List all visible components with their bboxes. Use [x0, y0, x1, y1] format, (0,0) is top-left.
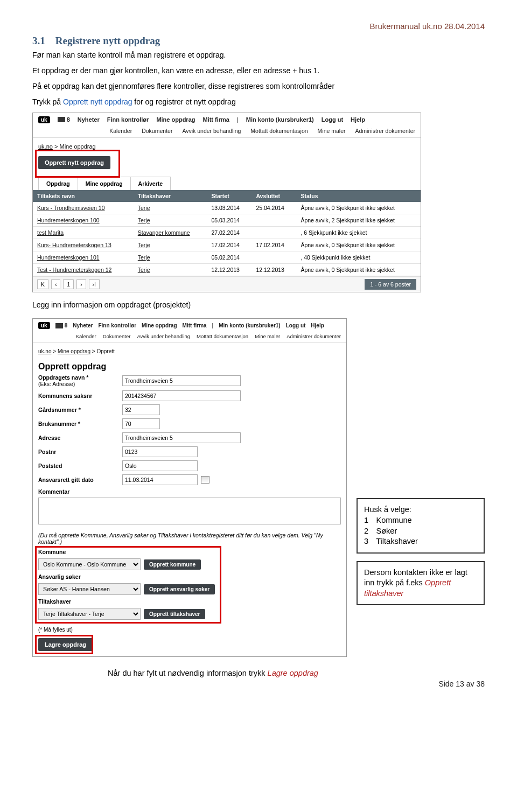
input-saksnr[interactable] [122, 390, 241, 401]
para4-post: for og registrer et nytt oppdrag [134, 97, 235, 106]
crumb-home[interactable]: uk.no [38, 348, 51, 354]
highlight-create-button [35, 150, 120, 178]
nav-min-konto[interactable]: Min konto (kursbruker1) [219, 323, 280, 328]
nav-mine-oppdrag[interactable]: Mine oppdrag [142, 323, 177, 328]
nav-logg-ut[interactable]: Logg ut [322, 116, 343, 123]
envelope-icon [55, 323, 63, 328]
subnav-mottatt[interactable]: Mottatt dokumentasjon [250, 128, 308, 134]
nav-hjelp[interactable]: Hjelp [311, 323, 324, 328]
para3: På et oppdrag kan det gjennomføres flere… [32, 81, 485, 92]
nav-min-konto[interactable]: Min konto (kursbruker1) [246, 116, 314, 123]
cell-navn[interactable]: Kurs- Hundremeterskogen 13 [37, 242, 111, 248]
nav-hjelp[interactable]: Hjelp [351, 116, 365, 123]
label-gard: Gårdsnummer * [38, 407, 119, 413]
cell-navn[interactable]: Hundremeterskogen 100 [37, 217, 100, 223]
input-postnr[interactable] [122, 446, 198, 457]
input-bruk[interactable] [122, 418, 160, 429]
msg-count: 8 [67, 116, 70, 123]
col-haver[interactable]: Tiltakshaver [134, 190, 207, 202]
subnav-admin[interactable]: Administrer dokumenter [355, 128, 415, 134]
envelope-icon [58, 117, 65, 122]
pager-count: 1 - 6 av 6 poster [365, 279, 416, 290]
crumb-sep: > [51, 348, 57, 354]
cell-status: Åpne avvik, 0 Sjekkpunkt ikke sjekket [296, 202, 421, 214]
msg-icon[interactable]: 8 [58, 116, 70, 123]
col-startet[interactable]: Startet [207, 190, 251, 202]
label-bruk: Bruksnummer * [38, 421, 119, 427]
input-gard[interactable] [122, 404, 160, 415]
cell-navn[interactable]: test Marita [37, 229, 64, 236]
subnav-dokumenter[interactable]: Dokumenter [103, 333, 131, 339]
col-avsluttet[interactable]: Avsluttet [251, 190, 296, 202]
subnav-kalender[interactable]: Kalender [109, 128, 132, 134]
cell-start: 13.03.2014 [207, 202, 251, 214]
input-adr[interactable] [122, 432, 241, 443]
uk-logo[interactable]: uk [38, 116, 50, 123]
cell-haver[interactable]: Terje [138, 242, 150, 248]
nav-mitt-firma[interactable]: Mitt firma [202, 116, 229, 123]
cell-haver[interactable]: Terje [138, 217, 150, 223]
tab-mine-oppdrag[interactable]: Mine oppdrag [78, 177, 131, 190]
cell-navn[interactable]: Hundremeterskogen 101 [37, 254, 100, 261]
cell-status: Åpne avvik, 0 Sjekkpunkt ikke sjekket [296, 239, 421, 251]
cell-haver[interactable]: Terje [138, 254, 150, 261]
tab-arkiverte[interactable]: Arkiverte [130, 177, 171, 190]
subnav-mottatt[interactable]: Mottatt dokumentasjon [197, 333, 248, 339]
pager-page[interactable]: 1 [63, 279, 74, 289]
subnav-maler[interactable]: Mine maler [318, 128, 346, 134]
label-kommentar: Kommentar [38, 488, 119, 495]
subnav-maler[interactable]: Mine maler [255, 333, 280, 339]
subnav-kalender[interactable]: Kalender [76, 333, 96, 339]
subnav-admin[interactable]: Administrer dokumenter [287, 333, 341, 339]
crumb-home[interactable]: uk.no [38, 143, 53, 150]
nav-mine-oppdrag[interactable]: Mine oppdrag [156, 116, 195, 123]
tab-oppdrag[interactable]: Oppdrag [38, 177, 78, 190]
pager: K ‹ 1 › ›I 1 - 6 av 6 poster [33, 276, 421, 292]
cell-navn[interactable]: Test - Hundremeterskogen 12 [37, 267, 111, 273]
note-item: 2 Søker [364, 526, 477, 537]
col-navn[interactable]: Tiltakets navn [33, 190, 134, 202]
breadcrumb-2: uk.no > Mine oppdrag > Opprett [33, 343, 346, 358]
uk-logo[interactable]: uk [38, 322, 50, 329]
nav-finn-kontrollor[interactable]: Finn kontrollør [98, 323, 136, 328]
para4-link: Opprett nytt oppdrag [63, 97, 132, 106]
cell-status: , 6 Sjekkpunkt ikke sjekket [296, 226, 421, 239]
nav-nyheter[interactable]: Nyheter [73, 323, 93, 328]
table-row: test MaritaStavanger kommune27.02.2014, … [33, 226, 421, 239]
subnav-avvik[interactable]: Avvik under behandling [137, 333, 190, 339]
cell-haver[interactable]: Terje [138, 205, 150, 211]
label-navn: Oppdragets navn *(Eks: Adresse) [38, 374, 119, 387]
nav-logg-ut[interactable]: Logg ut [286, 323, 306, 328]
subnav-dokumenter[interactable]: Dokumenter [142, 128, 172, 134]
subnav-avvik[interactable]: Avvik under behandling [182, 128, 241, 134]
tabs: Oppdrag Mine oppdrag Arkiverte [33, 177, 421, 190]
col-status[interactable]: Status [296, 190, 421, 202]
cell-haver[interactable]: Terje [138, 267, 150, 273]
input-poststed[interactable] [122, 460, 198, 471]
pager-first[interactable]: K [37, 279, 48, 289]
sub-nav-2: Kalender Dokumenter Avvik under behandli… [33, 331, 346, 343]
note-text: Dersom kontakten ikke er lagt inn trykk … [364, 568, 467, 587]
nav-mitt-firma[interactable]: Mitt firma [183, 323, 207, 328]
para4-pre: Trykk på [32, 97, 63, 106]
textarea-kommentar[interactable] [38, 498, 341, 524]
nav-finn-kontrollor[interactable]: Finn kontrollør [107, 116, 149, 123]
cell-navn[interactable]: Kurs - Trondheimsveien 10 [37, 205, 104, 211]
highlight-lagre [35, 635, 93, 654]
msg-icon[interactable]: 8 [55, 323, 68, 328]
input-navn[interactable] [122, 375, 241, 386]
cell-avsl [251, 251, 296, 263]
crumb-mine[interactable]: Mine oppdrag [58, 348, 90, 354]
cell-haver[interactable]: Stavanger kommune [138, 229, 190, 236]
calendar-icon[interactable] [201, 476, 209, 484]
crumb-current: Mine oppdrag [59, 143, 95, 150]
input-ansvar[interactable] [122, 474, 198, 485]
pager-last[interactable]: ›I [89, 279, 100, 289]
note-item: 3 Tiltakshaver [364, 536, 477, 547]
cell-avsl: 12.12.2013 [251, 263, 296, 276]
cell-avsl [251, 214, 296, 226]
pager-prev[interactable]: ‹ [51, 279, 61, 289]
nav-nyheter[interactable]: Nyheter [78, 116, 100, 123]
crumb-sep: > [90, 348, 96, 354]
pager-next[interactable]: › [76, 279, 86, 289]
